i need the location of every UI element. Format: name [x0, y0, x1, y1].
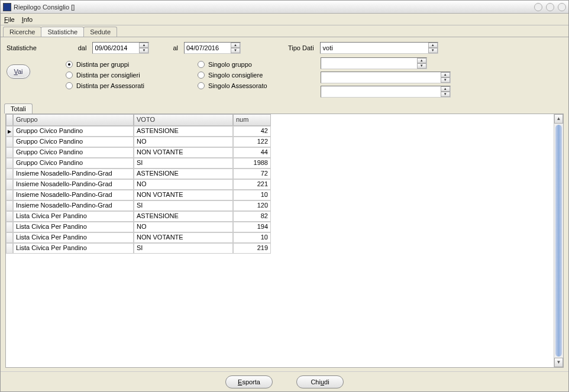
al-input[interactable]: 04/07/2016 ▲▼ — [184, 42, 241, 54]
cell-num: 10 — [233, 190, 271, 200]
row-indicator — [6, 190, 13, 200]
statistiche-label: Statistiche — [7, 44, 37, 51]
tab-statistiche[interactable]: Statistiche — [41, 27, 84, 37]
table-row[interactable]: Lista Civica Per PandinoASTENSIONE82 — [6, 211, 563, 222]
table-row[interactable]: Lista Civica Per PandinoSI219 — [6, 243, 563, 254]
cell-gruppo: Gruppo Civico Pandino — [13, 126, 134, 137]
table-row[interactable]: ▶Gruppo Civico PandinoASTENSIONE42 — [6, 126, 563, 137]
cell-gruppo: Gruppo Civico Pandino — [13, 158, 134, 169]
radio-dist-cons-label: Distinta per consiglieri — [76, 72, 140, 79]
sing-gruppo-combo[interactable]: ▲▼ — [321, 57, 427, 69]
row-indicator — [6, 211, 13, 222]
cell-voto: NO — [134, 179, 233, 190]
cell-gruppo: Insieme Nosadello-Pandino-Grad — [13, 169, 134, 179]
cell-voto: SI — [134, 200, 233, 211]
tipodati-label: Tipo Dati — [288, 44, 314, 51]
table-row[interactable]: Lista Civica Per PandinoNO194 — [6, 222, 563, 232]
cell-gruppo: Lista Civica Per Pandino — [13, 232, 134, 243]
sing-cons-combo[interactable]: ▲▼ — [321, 72, 451, 83]
radio-sing-cons[interactable] — [198, 72, 205, 79]
row-indicator — [6, 200, 13, 211]
cell-num: 219 — [233, 243, 271, 254]
cell-num: 1988 — [233, 158, 271, 169]
table-row[interactable]: Insieme Nosadello-Pandino-GradASTENSIONE… — [6, 169, 563, 179]
app-icon — [3, 3, 11, 11]
menubar: File Info — [1, 14, 568, 25]
row-indicator — [6, 158, 13, 169]
filters-panel: Statistiche dal 09/06/2014 ▲▼ al 04/07/2… — [1, 37, 568, 101]
tab-ricerche[interactable]: Ricerche — [3, 27, 41, 37]
radio-dist-gruppi-label: Distinta per gruppi — [76, 61, 129, 68]
radio-dist-gruppi[interactable] — [66, 61, 73, 68]
cell-num: 122 — [233, 137, 271, 147]
table-row[interactable]: Insieme Nosadello-Pandino-GradSI120 — [6, 200, 563, 211]
dal-spinner[interactable]: ▲▼ — [139, 43, 148, 53]
cell-voto: NO — [134, 222, 233, 232]
dal-label: dal — [78, 44, 87, 51]
tipodati-value: voti — [321, 44, 428, 51]
footer: Esporta Chiudi — [1, 371, 568, 391]
row-indicator-header — [6, 114, 13, 126]
titlebar: Riepilogo Consiglio [] — [1, 1, 568, 14]
al-spinner[interactable]: ▲▼ — [231, 43, 240, 53]
vertical-scrollbar[interactable]: ▲ ▼ — [554, 114, 563, 367]
tab-sedute[interactable]: Sedute — [83, 27, 117, 37]
esporta-button[interactable]: Esporta — [225, 375, 273, 388]
scroll-up-icon[interactable]: ▲ — [554, 114, 563, 124]
cell-num: 10 — [233, 232, 271, 243]
row-indicator — [6, 169, 13, 179]
row-indicator: ▶ — [6, 126, 13, 137]
table-row[interactable]: Gruppo Civico PandinoNO122 — [6, 137, 563, 147]
grid-header: Gruppo VOTO num — [6, 114, 563, 126]
main-tabs: Ricerche Statistiche Sedute — [1, 25, 568, 37]
radio-dist-ass[interactable] — [66, 82, 73, 89]
row-indicator — [6, 222, 13, 232]
vai-button[interactable]: Vai — [7, 64, 30, 79]
cell-voto: ASTENSIONE — [134, 126, 233, 137]
table-row[interactable]: Gruppo Civico PandinoSI1988 — [6, 158, 563, 169]
results-grid: Gruppo VOTO num ▶Gruppo Civico PandinoAS… — [5, 114, 564, 368]
cell-voto: NON VOTANTE — [134, 190, 233, 200]
chiudi-button[interactable]: Chiudi — [296, 375, 344, 388]
menu-info[interactable]: Info — [22, 16, 33, 23]
cell-gruppo: Insieme Nosadello-Pandino-Grad — [13, 179, 134, 190]
table-row[interactable]: Insieme Nosadello-Pandino-GradNON VOTANT… — [6, 190, 563, 200]
scroll-thumb[interactable] — [555, 125, 562, 357]
menu-file[interactable]: File — [4, 16, 15, 23]
radio-sing-gruppo[interactable] — [198, 61, 205, 68]
cell-gruppo: Gruppo Civico Pandino — [13, 137, 134, 147]
al-value: 04/07/2016 — [185, 44, 231, 51]
col-num[interactable]: num — [233, 114, 271, 126]
cell-gruppo: Insieme Nosadello-Pandino-Grad — [13, 200, 134, 211]
radio-sing-gruppo-label: Singolo gruppo — [208, 61, 252, 68]
cell-num: 42 — [233, 126, 271, 137]
cell-voto: NO — [134, 137, 233, 147]
row-indicator — [6, 232, 13, 243]
maximize-button[interactable] — [546, 3, 554, 11]
row-indicator — [6, 147, 13, 158]
cell-gruppo: Lista Civica Per Pandino — [13, 211, 134, 222]
app-window: Riepilogo Consiglio [] File Info Ricerch… — [0, 0, 569, 392]
cell-voto: SI — [134, 243, 233, 254]
minimize-button[interactable] — [534, 3, 542, 11]
subtab-totali[interactable]: Totali — [4, 103, 33, 114]
col-voto[interactable]: VOTO — [134, 114, 233, 126]
scroll-down-icon[interactable]: ▼ — [554, 358, 563, 367]
dal-value: 09/06/2014 — [93, 44, 139, 51]
radio-dist-ass-label: Distinta per Assessorati — [76, 82, 144, 89]
table-row[interactable]: Gruppo Civico PandinoNON VOTANTE44 — [6, 147, 563, 158]
radio-sing-ass[interactable] — [198, 82, 205, 89]
al-label: al — [173, 44, 178, 51]
table-row[interactable]: Lista Civica Per PandinoNON VOTANTE10 — [6, 232, 563, 243]
cell-voto: NON VOTANTE — [134, 232, 233, 243]
table-row[interactable]: Insieme Nosadello-Pandino-GradNO221 — [6, 179, 563, 190]
cell-num: 221 — [233, 179, 271, 190]
radio-dist-cons[interactable] — [66, 72, 73, 79]
sing-ass-combo[interactable]: ▲▼ — [321, 86, 451, 98]
col-gruppo[interactable]: Gruppo — [13, 114, 134, 126]
tipodati-combo[interactable]: voti ▲▼ — [320, 42, 438, 54]
close-button[interactable] — [558, 3, 566, 11]
dal-input[interactable]: 09/06/2014 ▲▼ — [92, 42, 149, 54]
cell-voto: NON VOTANTE — [134, 147, 233, 158]
tipodati-drop-icon[interactable]: ▲▼ — [428, 43, 438, 53]
